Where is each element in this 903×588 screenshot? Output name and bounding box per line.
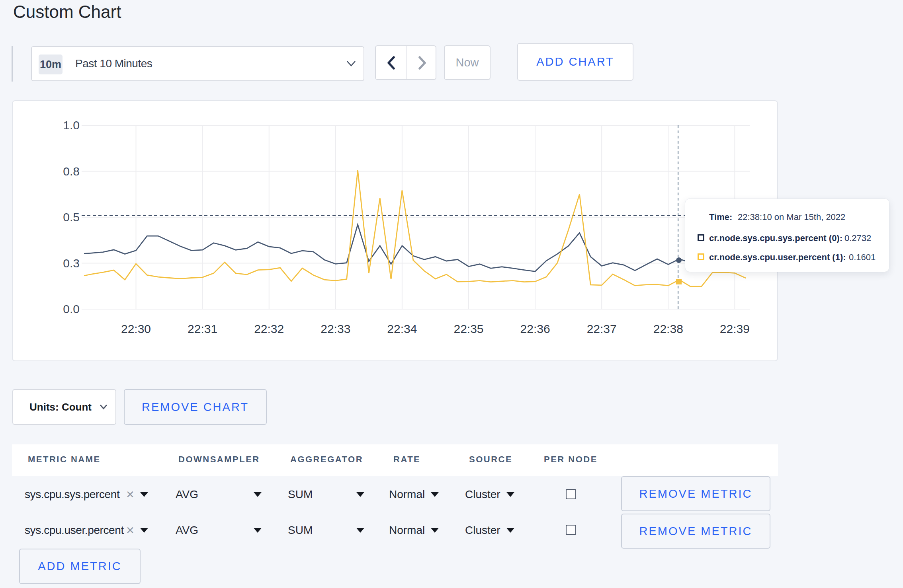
svg-text:0.3: 0.3 xyxy=(63,257,80,270)
svg-text:22:36: 22:36 xyxy=(520,322,550,335)
svg-text:22:38: 22:38 xyxy=(653,322,683,335)
svg-text:22:33: 22:33 xyxy=(321,322,350,335)
svg-text:22:35: 22:35 xyxy=(453,322,483,335)
svg-text:0.5: 0.5 xyxy=(63,210,80,224)
svg-text:22:31: 22:31 xyxy=(188,322,217,335)
svg-text:22:30: 22:30 xyxy=(121,322,151,335)
svg-text:1.0: 1.0 xyxy=(63,119,80,132)
svg-text:22:34: 22:34 xyxy=(387,322,417,335)
svg-text:22:37: 22:37 xyxy=(587,322,617,335)
svg-text:22:39: 22:39 xyxy=(720,322,750,335)
svg-text:22:32: 22:32 xyxy=(254,322,284,335)
svg-text:0.0: 0.0 xyxy=(63,302,80,315)
svg-text:0.8: 0.8 xyxy=(63,165,80,178)
